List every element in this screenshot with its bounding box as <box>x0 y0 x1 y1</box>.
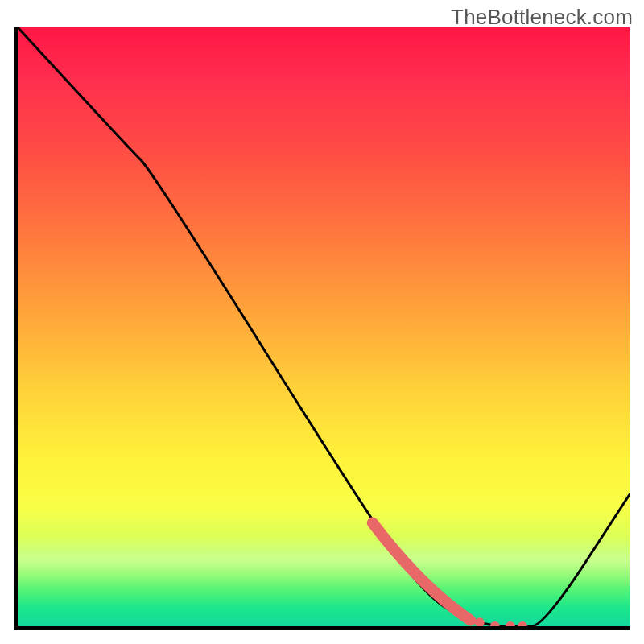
highlight-dot <box>490 621 500 626</box>
highlight-dot <box>518 621 527 626</box>
highlight-dot <box>475 617 485 626</box>
chart-frame: TheBottleneck.com <box>0 0 644 644</box>
highlight-segment <box>373 523 471 621</box>
bottleneck-curve <box>18 27 630 626</box>
watermark-text: TheBottleneck.com <box>451 5 633 30</box>
highlight-dot <box>506 621 515 626</box>
curve-svg <box>18 27 630 626</box>
plot-area <box>14 27 630 630</box>
